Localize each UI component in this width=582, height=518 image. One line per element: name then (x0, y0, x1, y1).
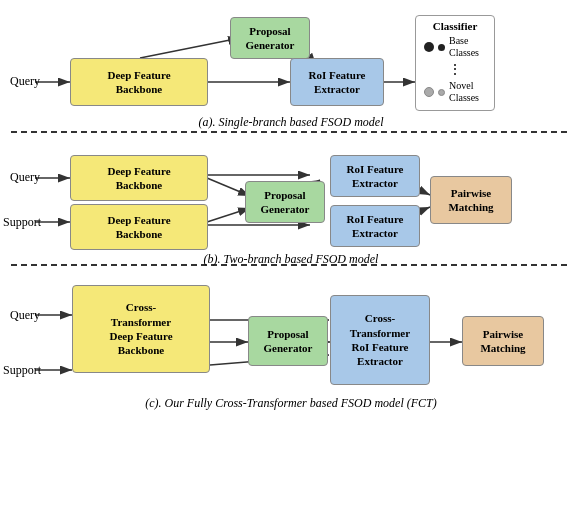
support-label-b: Support (3, 215, 41, 230)
proposal-box-c: Proposal Generator (248, 316, 328, 366)
dot-gray-1 (424, 87, 434, 97)
proposal-label-c: Proposal Generator (264, 327, 313, 356)
novel-classes-label: NovelClasses (449, 80, 479, 104)
dot-dark-2 (438, 44, 445, 51)
proposal-label-a: Proposal Generator (246, 24, 295, 53)
roi-box-b1: RoI Feature Extractor (330, 155, 420, 197)
backbone-label-c: Cross- Transformer Deep Feature Backbone (109, 300, 172, 357)
roi-label-b2: RoI Feature Extractor (347, 212, 404, 241)
ellipsis-a: ⋮ (424, 61, 486, 78)
caption-b: (b). Two-branch based FSOD model (0, 252, 582, 267)
dot-dark-1 (424, 42, 434, 52)
pairwise-box-b: Pairwise Matching (430, 176, 512, 224)
query-label-c: Query (10, 308, 40, 323)
backbone-box-c: Cross- Transformer Deep Feature Backbone (72, 285, 210, 373)
backbone-box-b1: Deep Feature Backbone (70, 155, 208, 201)
base-classes-label: BaseClasses (449, 35, 479, 59)
roi-label-c: Cross- Transformer RoI Feature Extractor (350, 311, 410, 368)
proposal-box-b: Proposal Generator (245, 181, 325, 223)
svg-line-9 (207, 178, 250, 196)
backbone-label-b2: Deep Feature Backbone (107, 213, 170, 242)
pairwise-label-b: Pairwise Matching (448, 186, 493, 215)
classifier-title: Classifier (424, 20, 486, 32)
backbone-label-b1: Deep Feature Backbone (107, 164, 170, 193)
dot-gray-2 (438, 89, 445, 96)
roi-label-a: RoI Feature Extractor (309, 68, 366, 97)
caption-c: (c). Our Fully Cross-Transformer based F… (0, 396, 582, 411)
roi-box-b2: RoI Feature Extractor (330, 205, 420, 247)
roi-box-c: Cross- Transformer RoI Feature Extractor (330, 295, 430, 385)
classifier-box: Classifier BaseClasses ⋮ NovelClasses (415, 15, 495, 111)
support-label-c: Support (3, 363, 41, 378)
query-label-b: Query (10, 170, 40, 185)
backbone-box-a: Deep Feature Backbone (70, 58, 208, 106)
query-label-a: Query (10, 74, 40, 89)
backbone-label-a: Deep Feature Backbone (107, 68, 170, 97)
roi-box-a: RoI Feature Extractor (290, 58, 384, 106)
svg-line-3 (140, 38, 240, 58)
backbone-box-b2: Deep Feature Backbone (70, 204, 208, 250)
proposal-box-a: Proposal Generator (230, 17, 310, 59)
pairwise-box-c: Pairwise Matching (462, 316, 544, 366)
proposal-label-b: Proposal Generator (261, 188, 310, 217)
caption-a: (a). Single-branch based FSOD model (0, 115, 582, 130)
pairwise-label-c: Pairwise Matching (480, 327, 525, 356)
svg-line-10 (207, 208, 250, 222)
roi-label-b1: RoI Feature Extractor (347, 162, 404, 191)
